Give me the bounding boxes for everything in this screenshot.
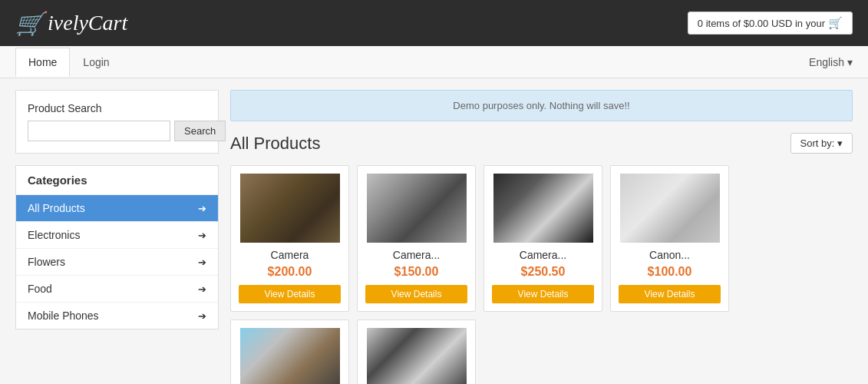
product-card: Camera $200.00 View Details: [230, 165, 349, 312]
arrow-icon: ➔: [198, 203, 206, 214]
products-grid: Camera $200.00 View Details Camera... $1…: [230, 165, 853, 384]
nav-login[interactable]: Login: [70, 48, 122, 77]
page-title: All Products: [230, 134, 320, 154]
arrow-icon: ➔: [198, 257, 206, 268]
product-card: Canon... $300.00 View Details: [357, 319, 476, 384]
product-card: Canon... $100.00 View Details: [610, 165, 729, 312]
main-container: Product Search Search Categories All Pro…: [0, 78, 868, 384]
sort-button[interactable]: Sort by: ▾: [790, 133, 853, 154]
cart-icon-small: 🛒: [828, 16, 843, 30]
content-header: All Products Sort by: ▾: [230, 133, 853, 154]
search-row: Search: [28, 121, 206, 141]
chevron-down-icon: ▾: [847, 56, 853, 68]
product-image: [240, 328, 340, 384]
arrow-icon: ➔: [198, 310, 206, 322]
nav: Home Login English ▾: [0, 46, 868, 78]
cart-icon: 🛒: [15, 10, 44, 37]
product-card: Canon... $275.00 View Details: [230, 319, 349, 384]
product-image: [493, 174, 593, 243]
cat-flowers[interactable]: Flowers ➔: [16, 249, 218, 276]
product-name: Camera...: [492, 249, 594, 261]
product-name: Canon...: [619, 249, 721, 261]
logo-text: ivelyCart: [48, 11, 127, 35]
sidebar: Product Search Search Categories All Pro…: [15, 90, 219, 384]
language-label: English: [809, 56, 844, 68]
nav-links: Home Login: [15, 48, 123, 77]
product-name: Camera...: [365, 249, 467, 261]
sort-label: Sort by:: [800, 137, 835, 149]
product-image: [240, 174, 340, 243]
cat-mobile-phones-label: Mobile Phones: [28, 310, 99, 322]
arrow-icon: ➔: [198, 230, 206, 241]
categories-box: Categories All Products ➔ Electronics ➔ …: [15, 165, 219, 329]
product-price: $250.50: [492, 265, 594, 279]
product-card: Camera... $150.00 View Details: [357, 165, 476, 312]
nav-home[interactable]: Home: [15, 48, 70, 77]
product-price: $200.00: [239, 265, 341, 279]
cat-food[interactable]: Food ➔: [16, 276, 218, 303]
cat-all-products-label: All Products: [28, 202, 85, 214]
product-image: [367, 328, 467, 384]
cat-electronics-label: Electronics: [28, 229, 80, 241]
product-card: Camera... $250.50 View Details: [484, 165, 602, 312]
language-selector[interactable]: English ▾: [809, 56, 853, 68]
logo[interactable]: 🛒 ivelyCart: [15, 10, 127, 37]
categories-title: Categories: [16, 166, 218, 195]
search-label: Product Search: [28, 102, 206, 114]
cat-food-label: Food: [28, 283, 52, 295]
cat-all-products[interactable]: All Products ➔: [16, 195, 218, 222]
view-details-button[interactable]: View Details: [365, 285, 467, 303]
chevron-down-icon: ▾: [837, 137, 843, 149]
cart-info-text: 0 items of $0.00 USD in your: [698, 18, 825, 29]
cart-info[interactable]: 0 items of $0.00 USD in your 🛒: [688, 12, 853, 35]
cat-electronics[interactable]: Electronics ➔: [16, 222, 218, 249]
product-image: [620, 174, 720, 243]
demo-banner: Demo purposes only. Nothing will save!!: [230, 90, 853, 121]
cat-mobile-phones[interactable]: Mobile Phones ➔: [16, 303, 218, 329]
content: Demo purposes only. Nothing will save!! …: [230, 90, 853, 384]
product-price: $150.00: [365, 265, 467, 279]
search-button[interactable]: Search: [174, 121, 226, 141]
product-name: Camera: [239, 249, 341, 261]
cat-flowers-label: Flowers: [28, 256, 65, 268]
search-input[interactable]: [28, 121, 170, 141]
arrow-icon: ➔: [198, 283, 206, 295]
header: 🛒 ivelyCart 0 items of $0.00 USD in your…: [0, 0, 868, 46]
search-box: Product Search Search: [15, 90, 219, 154]
view-details-button[interactable]: View Details: [619, 285, 721, 303]
product-image: [367, 174, 467, 243]
view-details-button[interactable]: View Details: [492, 285, 594, 303]
product-price: $100.00: [619, 265, 721, 279]
view-details-button[interactable]: View Details: [239, 285, 341, 303]
